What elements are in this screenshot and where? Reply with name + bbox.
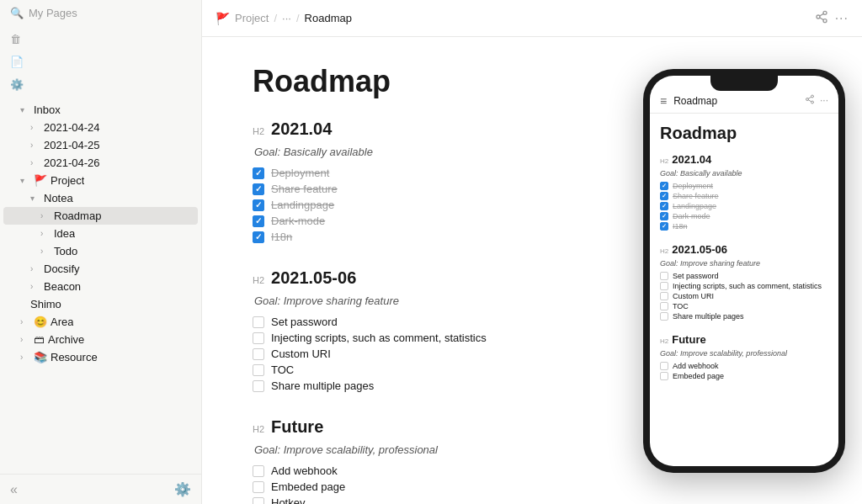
phone-cb-toc[interactable] (660, 302, 668, 310)
checklist-item[interactable]: Deployment (253, 165, 576, 181)
goal-future: Goal: Improve scalability, professional (253, 443, 576, 456)
sidebar-item-date1[interactable]: 2021-04-24 (3, 119, 198, 136)
project-label: Project (51, 174, 84, 187)
checklist-item[interactable]: Hotkey (253, 495, 576, 504)
phone-cb-setpwd[interactable] (660, 272, 668, 280)
phone-cb-embeded[interactable] (660, 372, 668, 380)
checkbox-embeded-page[interactable] (253, 481, 264, 493)
sidebar-item-project[interactable]: 🚩 Project (3, 172, 198, 189)
phone-cb-deployment[interactable] (660, 182, 668, 190)
phone-cb-share[interactable] (660, 192, 668, 200)
phone-checklist-item[interactable]: Injecting scripts, such as comment, stat… (660, 281, 828, 291)
phone-label-i18n: I18n (673, 222, 688, 231)
checkbox-share-multiple[interactable] (253, 380, 264, 392)
checklist-item[interactable]: Add webhook (253, 463, 576, 479)
checkbox-i18n[interactable] (253, 231, 264, 243)
checkbox-deployment[interactable] (253, 167, 264, 179)
sidebar-item-beacon[interactable]: Beacon (3, 278, 198, 295)
phone-checklist-item[interactable]: Deployment (660, 181, 828, 191)
sidebar-item-idea[interactable]: Idea (3, 225, 198, 242)
phone-goal-1: Goal: Basically available (660, 169, 828, 178)
share-button[interactable] (815, 10, 828, 27)
phone-checklist-item[interactable]: Add webhook (660, 361, 828, 371)
sidebar-item-shimo[interactable]: Shimo (3, 295, 198, 313)
phone-cb-landing[interactable] (660, 202, 668, 210)
phone-more-button[interactable]: ··· (820, 94, 828, 107)
checklist-item[interactable]: Embeded page (253, 479, 576, 495)
chevron-beacon (30, 282, 40, 291)
phone-heading-3: Future (672, 333, 705, 346)
section-title-2021-05-06: 2021.05-06 (271, 268, 356, 288)
phone-cb-i18n[interactable] (660, 222, 668, 231)
section-title-2021-04: 2021.04 (271, 119, 332, 139)
sidebar-item-docsify[interactable]: Docsify (3, 260, 198, 278)
label-deployment: Deployment (271, 167, 329, 179)
collapse-sidebar-button[interactable]: « (10, 482, 18, 497)
phone-menu-icon[interactable]: ≡ (660, 94, 667, 108)
h2-label-2: H2 (253, 275, 264, 285)
checkbox-hotkey[interactable] (253, 497, 264, 505)
checkbox-add-webhook[interactable] (253, 465, 264, 477)
label-embeded-page: Embeded page (271, 480, 345, 493)
checklist-item[interactable]: Dark-mode (253, 213, 576, 229)
phone-cb-uri[interactable] (660, 292, 668, 300)
phone-checklist-item[interactable]: Landingpage (660, 201, 828, 211)
checklist-item[interactable]: I18n (253, 229, 576, 245)
phone-checklist-item[interactable]: Embeded page (660, 371, 828, 381)
checkbox-toc[interactable] (253, 364, 264, 376)
page-icon-row[interactable]: 📄 (10, 52, 191, 72)
phone-share-button[interactable] (805, 94, 815, 107)
phone-checklist-item[interactable]: Custom URI (660, 291, 828, 301)
sidebar-search[interactable]: 🔍 My Pages (0, 0, 201, 26)
section-heading-2021-04: H2 2021.04 (253, 119, 576, 139)
breadcrumb-dots[interactable]: ··· (282, 12, 291, 24)
checklist-item[interactable]: Custom URI (253, 346, 576, 362)
sidebar-item-inbox[interactable]: Inbox (3, 101, 198, 119)
phone-cb-inject[interactable] (660, 282, 668, 290)
checklist-item[interactable]: Injecting scripts, such as comment, stat… (253, 330, 576, 346)
phone-topbar-left: ≡ Roadmap (660, 94, 717, 108)
checklist-item[interactable]: TOC (253, 362, 576, 378)
phone-cb-webhook[interactable] (660, 362, 668, 370)
phone-goal-2: Goal: Improve sharing feature (660, 259, 828, 268)
sidebar-item-archive[interactable]: 🗃 Archive (3, 331, 198, 348)
phone-cb-dark[interactable] (660, 212, 668, 220)
sidebar-item-date3[interactable]: 2021-04-26 (3, 154, 198, 172)
sidebar-item-todo[interactable]: Todo (3, 242, 198, 260)
checklist-item[interactable]: Set password (253, 314, 576, 330)
breadcrumb-project[interactable]: Project (235, 12, 269, 24)
phone-checklist-item[interactable]: TOC (660, 301, 828, 311)
sidebar-item-roadmap[interactable]: Roadmap (3, 207, 198, 225)
area-emoji-icon: 😊 (34, 316, 47, 328)
trash-icon-row[interactable]: 🗑 (10, 29, 191, 49)
checkbox-darkmode[interactable] (253, 215, 264, 227)
phone-cb-sharemp[interactable] (660, 312, 668, 321)
sidebar-item-notea[interactable]: Notea (3, 189, 198, 207)
docsify-label: Docsify (44, 263, 80, 275)
settings-icon-row[interactable]: ⚙️ (10, 75, 191, 94)
sidebar-item-area[interactable]: 😊 Area (3, 313, 198, 331)
chevron-date3 (30, 158, 40, 167)
svg-line-9 (808, 97, 811, 98)
sidebar-settings-button[interactable]: ⚙️ (174, 481, 191, 497)
phone-checklist-item[interactable]: Share feature (660, 191, 828, 201)
checkbox-injecting[interactable] (253, 332, 264, 344)
phone-heading-1: 2021.04 (672, 153, 711, 166)
phone-h2-row-3: H2 Future (660, 333, 828, 346)
phone-checklist-item[interactable]: Share multiple pages (660, 311, 828, 321)
checkbox-share-feature[interactable] (253, 183, 264, 195)
checklist-item[interactable]: Share feature (253, 181, 576, 197)
checkbox-landingpage[interactable] (253, 199, 264, 211)
h2-label-1: H2 (253, 126, 264, 136)
more-options-button[interactable]: ··· (835, 11, 849, 26)
phone-checklist-item[interactable]: I18n (660, 221, 828, 231)
section-2021-05-06: H2 2021.05-06 Goal: Improve sharing feat… (253, 268, 576, 394)
checklist-item[interactable]: Landingpage (253, 197, 576, 213)
phone-checklist-item[interactable]: Dark-mode (660, 211, 828, 221)
checkbox-set-password[interactable] (253, 316, 264, 328)
sidebar-item-resource[interactable]: 📚 Resource (3, 348, 198, 366)
checklist-item[interactable]: Share multiple pages (253, 378, 576, 394)
sidebar-item-date2[interactable]: 2021-04-25 (3, 136, 198, 154)
checkbox-custom-uri[interactable] (253, 348, 264, 360)
phone-checklist-item[interactable]: Set password (660, 271, 828, 281)
